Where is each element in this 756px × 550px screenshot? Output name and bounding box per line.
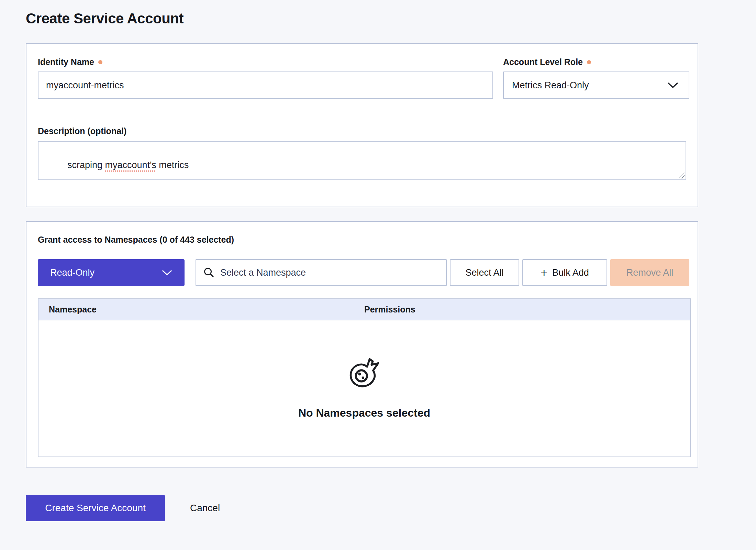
- plus-icon: +: [541, 267, 547, 278]
- textarea-resize-handle[interactable]: [679, 173, 685, 178]
- bulk-add-button[interactable]: + Bulk Add: [522, 259, 607, 286]
- account-level-role-select[interactable]: Metrics Read-Only: [503, 72, 689, 99]
- select-all-button[interactable]: Select All: [450, 259, 519, 286]
- permission-level-value: Read-Only: [50, 267, 94, 278]
- namespaces-table-empty-state: No Namespaces selected: [38, 320, 690, 456]
- namespace-search-box[interactable]: [196, 259, 447, 286]
- cancel-button[interactable]: Cancel: [190, 503, 220, 514]
- permission-level-dropdown[interactable]: Read-Only: [38, 259, 185, 286]
- account-level-role-label: Account Level Role: [503, 57, 689, 67]
- identity-name-label: Identity Name: [38, 57, 493, 67]
- identity-name-input[interactable]: [38, 72, 493, 99]
- column-header-namespace: Namespace: [38, 305, 364, 315]
- create-service-account-button[interactable]: Create Service Account: [26, 495, 165, 521]
- footer-actions: Create Service Account Cancel: [26, 495, 756, 521]
- namespace-controls-row: Read-Only Select All: [38, 259, 689, 286]
- description-text-prefix: scraping: [67, 160, 105, 170]
- namespaces-table-header: Namespace Permissions: [38, 299, 690, 320]
- comet-icon: [348, 358, 380, 389]
- identity-details-card: Identity Name Account Level Role Metrics…: [26, 43, 698, 207]
- namespace-search-input[interactable]: [220, 267, 439, 278]
- description-text-suffix: metrics: [156, 160, 189, 170]
- search-icon: [203, 267, 215, 278]
- column-header-permissions: Permissions: [364, 305, 690, 315]
- required-dot-icon: [98, 60, 102, 64]
- description-text-misspelled: myaccount's: [105, 160, 156, 170]
- empty-state-message: No Namespaces selected: [298, 407, 430, 419]
- chevron-down-icon: [667, 82, 678, 88]
- namespaces-table: Namespace Permissions No Namespaces sele…: [38, 298, 691, 457]
- remove-all-button-disabled[interactable]: Remove All: [610, 259, 689, 286]
- account-level-role-value: Metrics Read-Only: [512, 80, 589, 91]
- grant-namespaces-heading: Grant access to Namespaces (0 of 443 sel…: [38, 235, 689, 245]
- required-dot-icon: [587, 60, 591, 64]
- page-title: Create Service Account: [26, 10, 756, 27]
- create-service-account-page: Create Service Account Identity Name Acc…: [0, 0, 756, 521]
- chevron-down-icon: [162, 270, 172, 276]
- grant-namespaces-card: Grant access to Namespaces (0 of 443 sel…: [26, 221, 698, 468]
- description-label: Description (optional): [38, 126, 689, 136]
- description-textarea[interactable]: scraping myaccount's metrics: [38, 141, 686, 180]
